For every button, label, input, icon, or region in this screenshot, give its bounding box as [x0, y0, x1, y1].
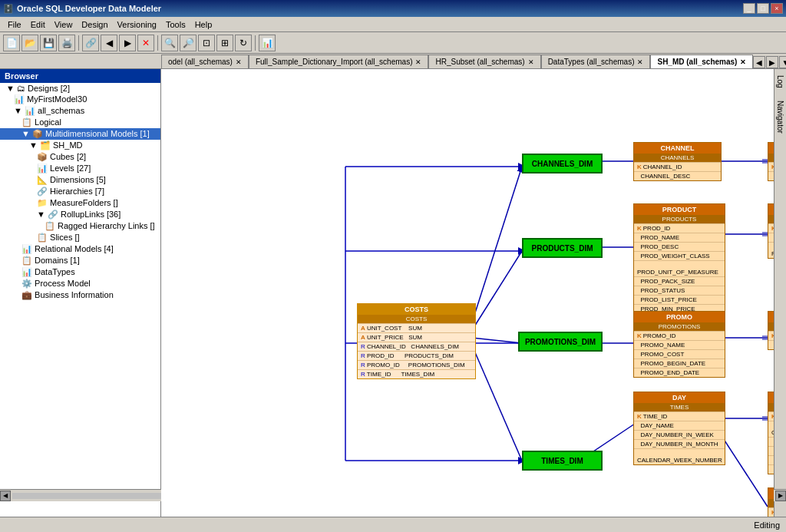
tb-zoom-in[interactable]: 🔍: [161, 35, 178, 51]
canvas-container[interactable]: COSTS COSTS A UNIT_COST SUM A UNIT_PRICE…: [161, 69, 774, 517]
menu-tools[interactable]: Tools: [161, 18, 190, 31]
tab-datatypes[interactable]: DataTypes (all_schemas) ✕: [541, 55, 651, 68]
tb-open[interactable]: 📂: [21, 35, 38, 51]
tab-nav-list[interactable]: ▼: [779, 56, 786, 68]
day-table[interactable]: DAY TIMES K TIME_ID DAY_NAME DAY_NUMBER_…: [633, 392, 725, 465]
tree-relational-label: Relational Models [4]: [35, 244, 114, 253]
menu-edit[interactable]: Edit: [26, 18, 50, 31]
tree-allschemas-label: all_schemas: [38, 106, 84, 115]
tb-back[interactable]: ◀: [101, 35, 117, 51]
promo-row-4: PROMO_END_DATE: [634, 368, 725, 377]
tree-domains[interactable]: 📋 Domains [1]: [0, 255, 160, 266]
tree-myfirstmodel[interactable]: 📊 MyFirstModel30: [0, 94, 160, 105]
menu-versioning[interactable]: Versioning: [113, 18, 161, 31]
tree-processmodel[interactable]: ⚙️ Process Model: [0, 278, 160, 289]
maximize-button[interactable]: □: [757, 3, 769, 14]
tb-layout[interactable]: ⊞: [216, 35, 233, 51]
tab-hr-close[interactable]: ✕: [528, 58, 534, 66]
statusbar: Editing: [0, 517, 786, 532]
tb-save[interactable]: 💾: [40, 35, 57, 51]
tree-myfirstmodel-label: MyFirstModel30: [27, 94, 87, 104]
navigator-tab-btn[interactable]: Navigator: [774, 94, 786, 140]
promo-row-2: PROMO_COST: [634, 349, 725, 359]
tree-logical[interactable]: 📋 Logical: [0, 117, 160, 128]
tab-sh-md[interactable]: SH_MD (all_schemas) ✕: [650, 55, 753, 68]
tree-datatypes[interactable]: 📊 DataTypes: [0, 266, 160, 278]
tb-refresh[interactable]: ↻: [235, 35, 252, 51]
tree-shmd[interactable]: ▼ 🗂️ SH_MD: [0, 140, 160, 151]
tree-multidim[interactable]: ▼ 📦 Multidimensional Models [1]: [0, 128, 160, 140]
tree-rolluplinks-label: RollupLinks [36]: [61, 210, 121, 219]
channel-title: CHANNEL: [634, 143, 721, 154]
tab-datatypes-close[interactable]: ✕: [637, 58, 643, 66]
close-button[interactable]: ×: [771, 3, 783, 14]
titlebar-left: 🗄️ Oracle SQL Developer Data Modeler: [3, 4, 161, 14]
allschemas-icon: 📊: [25, 106, 35, 115]
tree-hierarchies[interactable]: 🔗 Hierarchies [7]: [0, 186, 160, 197]
sidebar-scrollbar[interactable]: ◀ ▶: [0, 489, 161, 501]
month-row-k: K CALENDAR_MONTH_ID: [768, 411, 774, 421]
subcategory-products-row-k: K PROD_SUBCATEGORY_ID: [768, 223, 774, 233]
product-table[interactable]: PRODUCT PRODUCTS K PROD_ID PROD_NAME PRO…: [633, 203, 725, 314]
svg-line-3: [472, 345, 522, 461]
tree-levels[interactable]: 📊 Levels [27]: [0, 163, 160, 174]
titlebar-controls[interactable]: _ □ ×: [743, 3, 783, 14]
tb-forward[interactable]: ▶: [119, 35, 136, 51]
tb-delete[interactable]: ✕: [137, 35, 154, 51]
tab-sh-md-close[interactable]: ✕: [740, 58, 746, 66]
tab-odel-close[interactable]: ✕: [236, 58, 242, 66]
cubes-icon: 📦: [37, 152, 48, 161]
tab-hr[interactable]: HR_Subset (all_schemas) ✕: [428, 55, 540, 68]
channel-class-table[interactable]: CHANNEL_CLASS CHANNELS K CHANNEL_CLASS_I…: [768, 142, 774, 181]
expand-icon: ▼: [6, 84, 17, 93]
channel-table[interactable]: CHANNEL CHANNELS K CHANNEL_ID CHANNEL_DE…: [633, 142, 722, 181]
subcategory-products-row-2: PROD_SUBCATEGORY_DESC: [768, 242, 774, 258]
tb-link[interactable]: 🔗: [82, 35, 99, 51]
tree-cubes-label: Cubes [2]: [50, 152, 86, 161]
subcategory-products-table[interactable]: SUBCATEGORY PRODUCTS K PROD_SUBCATEGORY_…: [768, 203, 774, 259]
log-tab-btn[interactable]: Log: [774, 69, 786, 94]
scroll-left[interactable]: ◀: [0, 491, 11, 501]
tree-ragged-hierarchy[interactable]: 📋 Ragged Hierarchy Links []: [0, 220, 160, 232]
tree-measurefolders[interactable]: 📁 MeasureFolders []: [0, 197, 160, 209]
subcategory-promotions-table[interactable]: SUBCATEGORY PROMOTIONS K PROMO_SUBCATEGO…: [768, 311, 774, 350]
times-dim[interactable]: TIMES_DIM: [522, 451, 603, 471]
tb-new[interactable]: 📄: [3, 35, 20, 51]
month-table[interactable]: MONTH TIMES K CALENDAR_MONTH_ID CALENDAR…: [768, 392, 774, 474]
costs-row-2: A UNIT_PRICE SUM: [358, 332, 475, 342]
subcategory-promotions-title: SUBCATEGORY: [768, 312, 774, 322]
month-row-4: END_OF_CAL_MONTH: [768, 455, 774, 464]
channels-dim[interactable]: CHANNELS_DIM: [522, 154, 603, 173]
scroll-track[interactable]: [12, 493, 161, 499]
promo-table[interactable]: PROMO PROMOTIONS K PROMO_ID PROMO_NAME P…: [633, 311, 725, 378]
menu-file[interactable]: File: [3, 18, 26, 31]
minimize-button[interactable]: _: [743, 3, 755, 14]
menu-help[interactable]: Help: [190, 18, 217, 31]
product-subtitle: PRODUCTS: [634, 215, 725, 223]
promotions-dim[interactable]: PROMOTIONS_DIM: [518, 332, 603, 352]
tab-nav-right[interactable]: ▶: [766, 56, 778, 68]
tree-cubes[interactable]: 📦 Cubes [2]: [0, 151, 160, 163]
tab-odel[interactable]: odel (all_schemas) ✕: [161, 55, 249, 68]
tree-designs[interactable]: ▼ 🗂 Designs [2]: [0, 83, 160, 94]
month-row-5: CALENDAR_MONTH_NAME: [768, 464, 774, 474]
promotions-dim-label: PROMOTIONS_DIM: [525, 338, 596, 346]
tb-fit[interactable]: ⊡: [198, 35, 215, 51]
tab-full-sample-close[interactable]: ✕: [415, 58, 421, 66]
tb-zoom-out[interactable]: 🔎: [180, 35, 196, 51]
tree-businessinfo[interactable]: 💼 Business Information: [0, 289, 160, 301]
tb-extra[interactable]: 📊: [259, 35, 276, 51]
menu-view[interactable]: View: [50, 18, 78, 31]
tree-dimensions[interactable]: 📐 Dimensions [5]: [0, 174, 160, 186]
tree-relational[interactable]: 📊 Relational Models [4]: [0, 243, 160, 255]
tab-full-sample[interactable]: Full_Sample_Dictionary_Import (all_schem…: [249, 55, 429, 68]
tree-rolluplinks[interactable]: ▼ 🔗 RollupLinks [36]: [0, 209, 160, 220]
menu-design[interactable]: Design: [77, 18, 112, 31]
tab-nav-left[interactable]: ◀: [753, 56, 765, 68]
tree-slices[interactable]: 📋 Slices []: [0, 232, 160, 243]
costs-table[interactable]: COSTS COSTS A UNIT_COST SUM A UNIT_PRICE…: [357, 303, 476, 379]
tb-print[interactable]: 🖨️: [58, 35, 75, 51]
products-dim[interactable]: PRODUCTS_DIM: [522, 238, 603, 258]
tree-allschemas[interactable]: ▼ 📊 all_schemas: [0, 105, 160, 117]
fis-week-table[interactable]: FIS_WEEK TIMES K WEEK_ENDING_DAY_ID FISC…: [768, 487, 774, 517]
